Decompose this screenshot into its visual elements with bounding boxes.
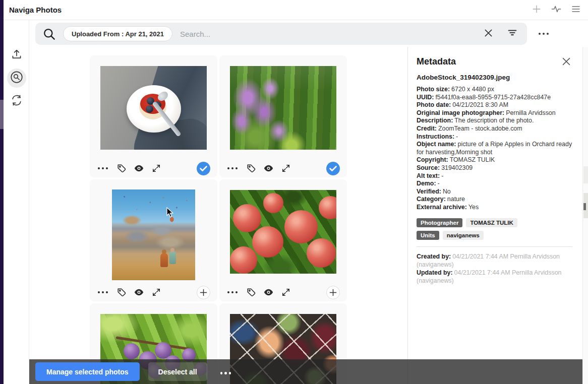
- tag-icon[interactable]: [247, 288, 256, 297]
- manage-selected-photos-button[interactable]: Manage selected photos: [35, 362, 140, 381]
- tag-icon[interactable]: [117, 288, 126, 297]
- preview-eye-icon[interactable]: [134, 289, 144, 296]
- field-original-photographer: Original image photographer:Pernilla Arv…: [417, 109, 572, 117]
- field-description: Description:The description of the photo…: [417, 117, 572, 125]
- field-external-archive: External archive:Yes: [417, 204, 572, 212]
- selection-more-button[interactable]: [219, 367, 232, 376]
- field-alt-text: Alt text:-: [417, 172, 572, 180]
- photo-thumbnail-cheesecake[interactable]: [100, 66, 207, 150]
- search-input[interactable]: Search...: [180, 30, 480, 38]
- field-category: Category:nature: [417, 196, 572, 204]
- card-actions: [97, 161, 210, 175]
- menu-button[interactable]: [569, 3, 583, 17]
- field-source: Source:319402309: [417, 164, 572, 172]
- photo-card: [219, 55, 347, 177]
- more-options-icon[interactable]: [226, 291, 239, 293]
- preview-eye-icon[interactable]: [264, 165, 273, 172]
- hamburger-menu-icon: [571, 4, 581, 16]
- created-by-line: Created by:04/21/2021 7:44 AM Pernilla A…: [417, 252, 572, 269]
- naviga-photos-app: Naviga Photos Up: [0, 0, 588, 384]
- edge-strip-highlight: [0, 100, 4, 129]
- search-box[interactable]: Uploaded From : Apr 21, 2021 Search...: [35, 23, 527, 45]
- more-options-icon[interactable]: [97, 291, 109, 293]
- close-icon: [561, 56, 572, 69]
- activity-icon: [551, 4, 562, 17]
- date-filter-chip[interactable]: Uploaded From : Apr 21, 2021: [63, 26, 172, 41]
- panel-scrollbar[interactable]: [582, 47, 588, 384]
- expand-icon[interactable]: [281, 164, 290, 173]
- top-bar: Naviga Photos: [0, 0, 588, 20]
- tag-key-badge: Units: [417, 231, 439, 240]
- expand-icon[interactable]: [281, 288, 290, 297]
- tag-row-units: Units naviganews: [417, 231, 572, 240]
- tag-icon[interactable]: [117, 164, 126, 173]
- more-options-icon[interactable]: [226, 167, 239, 169]
- photo-thumbnail-lilac[interactable]: [230, 66, 336, 150]
- card-actions: [226, 285, 340, 299]
- search-icon: [42, 27, 56, 41]
- selected-check-button[interactable]: [197, 162, 210, 175]
- photo-card: [90, 55, 217, 177]
- preview-eye-icon[interactable]: [264, 289, 273, 296]
- expand-icon[interactable]: [152, 164, 161, 173]
- field-verified: Verified:No: [417, 188, 572, 196]
- card-actions: [97, 285, 210, 299]
- sidebar-item-upload[interactable]: [4, 46, 29, 65]
- selection-action-bar: Manage selected photos Deselect all: [29, 359, 582, 384]
- left-sidebar: [4, 20, 29, 384]
- audit-info: Created by:04/21/2021 7:44 AM Pernilla A…: [417, 252, 572, 285]
- field-photo-size: Photo size:6720 x 4480 px: [417, 86, 572, 94]
- scrollbar-thumb[interactable]: [583, 203, 586, 210]
- sidebar-item-search[interactable]: [4, 68, 29, 88]
- metadata-fields: Photo size:6720 x 4480 px UUID:f5441f0a-…: [417, 86, 572, 212]
- topbar-icons: [530, 3, 583, 17]
- active-item-background: [7, 69, 26, 88]
- photo-card: [219, 179, 347, 301]
- close-panel-button[interactable]: [560, 56, 572, 69]
- field-instructions: Instructions:-: [417, 133, 572, 141]
- tag-icon[interactable]: [247, 164, 256, 173]
- card-actions: [226, 161, 340, 175]
- expand-icon[interactable]: [152, 288, 161, 297]
- field-uuid: UUID:f5441f0a-eaa8-5955-9715-27a428cc847…: [417, 94, 572, 102]
- search-circle-icon: [9, 70, 24, 87]
- metadata-tags: Photographer TOMASZ TULIK Units navigane…: [417, 218, 572, 240]
- photo-thumbnail-balloons[interactable]: [112, 189, 195, 280]
- field-demo: Demo:-: [417, 180, 572, 188]
- tag-value-badge: TOMASZ TULIK: [466, 218, 517, 227]
- preview-eye-icon[interactable]: [134, 165, 144, 172]
- refresh-icon: [10, 94, 23, 109]
- search-more-button[interactable]: [533, 26, 555, 41]
- selected-check-button[interactable]: [326, 162, 340, 175]
- tag-key-badge: Photographer: [417, 218, 462, 227]
- field-photo-date: Photo date:04/21/2021 8:30 AM: [417, 101, 572, 109]
- filter-icon: [507, 27, 518, 40]
- scrollbar-block: [583, 166, 588, 183]
- metadata-header: Metadata: [417, 56, 572, 69]
- filter-button[interactable]: [504, 25, 521, 42]
- field-object-name: Object name:picture of a Ripe Apples in …: [417, 141, 572, 156]
- metadata-divider: [417, 246, 572, 247]
- metadata-panel: Metadata AdobeStock_319402309.jpeg Photo…: [408, 47, 582, 384]
- upload-icon: [10, 48, 23, 63]
- activity-button[interactable]: [549, 3, 563, 17]
- add-to-selection-button[interactable]: [326, 286, 340, 299]
- add-to-selection-button[interactable]: [197, 286, 210, 299]
- close-icon: [483, 28, 494, 40]
- photo-thumbnail-apples[interactable]: [230, 190, 336, 274]
- clear-search-button[interactable]: [480, 25, 497, 42]
- app-title: Naviga Photos: [9, 6, 62, 14]
- left-edge-strip: [0, 0, 4, 384]
- field-credit: Credit:ZoomTeam - stock.adobe.com: [417, 125, 572, 133]
- tag-row-photographer: Photographer TOMASZ TULIK: [417, 218, 572, 227]
- search-row: Uploaded From : Apr 21, 2021 Search...: [29, 20, 588, 47]
- photo-card: [90, 179, 217, 301]
- tag-value-badge: naviganews: [443, 231, 484, 240]
- deselect-all-button[interactable]: Deselect all: [148, 362, 207, 381]
- add-button[interactable]: [530, 3, 544, 17]
- panel-title: Metadata: [417, 56, 456, 67]
- more-options-icon[interactable]: [97, 167, 109, 169]
- field-copyright: Copyright:TOMASZ TULIK: [417, 156, 572, 164]
- photo-filename: AdobeStock_319402309.jpeg: [417, 74, 572, 81]
- sidebar-item-refresh[interactable]: [4, 92, 29, 110]
